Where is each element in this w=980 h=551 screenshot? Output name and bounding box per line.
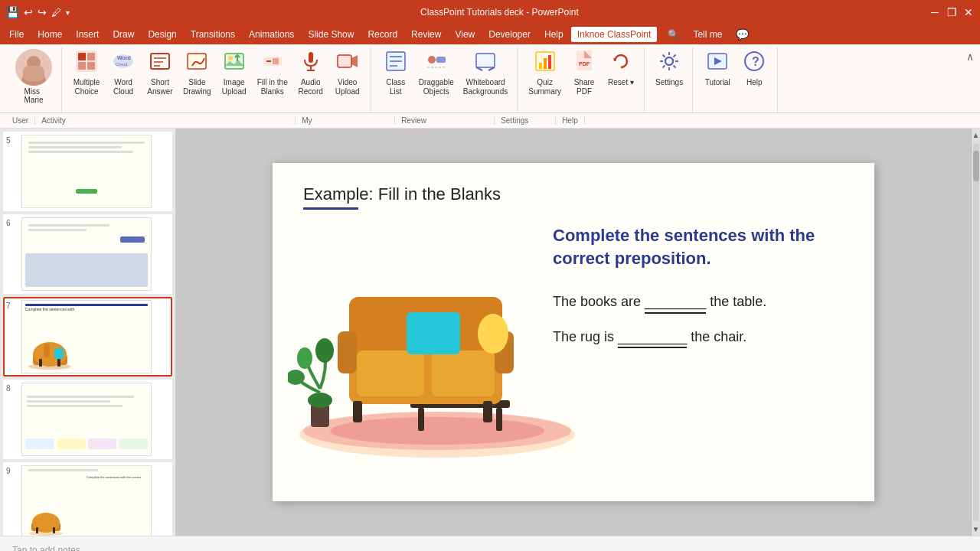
sentence-1: The books are ________ the table.	[553, 292, 844, 313]
quiz-summary-button[interactable]: QuizSummary	[525, 47, 564, 98]
audio-record-button[interactable]: AudioRecord	[294, 47, 328, 98]
slide-thumb-7[interactable]: 7 Complete the sentences with	[3, 297, 172, 377]
whiteboard-button[interactable]: WhiteboardBackgrounds	[460, 47, 511, 98]
whiteboard-icon	[473, 49, 498, 77]
reset-button[interactable]: Reset ▾	[604, 47, 638, 89]
svg-rect-5	[78, 53, 86, 60]
draggable-objects-label: DraggableObjects	[419, 78, 454, 96]
slide-drawing-button[interactable]: SlideDrawing	[180, 47, 214, 98]
menu-home[interactable]: Home	[31, 27, 68, 42]
menu-animations[interactable]: Animations	[243, 27, 300, 42]
short-answer-label: ShortAnswer	[147, 78, 172, 96]
svg-rect-21	[273, 58, 279, 64]
notes-bar[interactable]: Tap to add notes	[0, 536, 980, 551]
notes-placeholder[interactable]: Tap to add notes	[12, 545, 80, 552]
right-scrollbar[interactable]: ▲ ▼	[971, 129, 980, 536]
word-cloud-label: WordCloud	[113, 78, 133, 96]
tell-me[interactable]: Tell me	[687, 27, 728, 42]
help-group-label: Help	[556, 116, 585, 125]
menu-design[interactable]: Design	[142, 27, 182, 42]
menu-record[interactable]: Record	[361, 27, 403, 42]
share-pdf-icon: PDF	[572, 49, 596, 77]
draggable-objects-button[interactable]: DraggableObjects	[416, 47, 457, 98]
activity-group: MultipleChoice Word Cloud WordCloud	[64, 47, 371, 112]
fill-blanks-button[interactable]: Fill in theBlanks	[254, 47, 291, 98]
menu-review[interactable]: Review	[405, 27, 447, 42]
slide-preview-6	[21, 217, 152, 291]
customize-icon[interactable]: 🖊	[51, 7, 61, 18]
svg-rect-51	[44, 344, 50, 357]
svg-rect-7	[78, 62, 86, 70]
multiple-choice-button[interactable]: MultipleChoice	[70, 47, 103, 98]
menu-transitions[interactable]: Transitions	[185, 27, 241, 42]
slide-panel[interactable]: 5 6 7	[0, 129, 176, 536]
menu-view[interactable]: View	[449, 27, 481, 42]
class-list-button[interactable]: ClassList	[379, 47, 413, 98]
svg-rect-38	[544, 58, 547, 69]
help-group: Tutorial ? Help	[694, 47, 778, 112]
svg-point-18	[228, 56, 233, 60]
minimize-button[interactable]: ─	[929, 7, 940, 18]
menu-help[interactable]: Help	[538, 27, 570, 42]
menu-classpoint[interactable]: Inknoe ClassPoint	[571, 27, 658, 42]
video-upload-button[interactable]: VideoUpload	[331, 47, 364, 98]
svg-text:Word: Word	[117, 55, 131, 60]
comment-icon[interactable]: 💬	[730, 26, 755, 43]
svg-rect-8	[87, 62, 95, 70]
svg-rect-6	[87, 53, 95, 60]
slide-canvas[interactable]: Example: Fill in the Blanks	[273, 163, 874, 501]
svg-point-62	[330, 417, 544, 445]
menu-developer[interactable]: Developer	[482, 27, 537, 42]
restore-button[interactable]: ❐	[946, 7, 957, 18]
word-cloud-button[interactable]: Word Cloud WordCloud	[106, 47, 140, 98]
scroll-up-arrow[interactable]: ▲	[970, 129, 980, 142]
slide-title: Example: Fill in the Blanks	[303, 184, 501, 204]
svg-point-82	[308, 393, 332, 408]
settings-button[interactable]: Settings	[652, 47, 686, 89]
avatar	[15, 49, 52, 86]
video-upload-label: VideoUpload	[335, 78, 360, 96]
image-upload-button[interactable]: ImageUpload	[217, 47, 251, 98]
reset-icon	[609, 49, 633, 77]
titlebar-right-icons: ─ ❐ ✕	[929, 7, 974, 18]
user-name: MissMarie	[24, 87, 43, 104]
svg-rect-53	[39, 359, 42, 367]
ribbon-collapse-button[interactable]: ∧	[966, 51, 974, 63]
slide-preview-9: Complete the sentences with the correct	[21, 465, 152, 536]
scroll-track[interactable]	[973, 143, 979, 521]
multiple-choice-icon	[74, 49, 99, 77]
my-group-label: My	[296, 116, 395, 125]
help-button[interactable]: ? Help	[737, 47, 771, 89]
scroll-down-arrow[interactable]: ▼	[970, 523, 980, 536]
redo-icon[interactable]: ↪	[38, 6, 47, 18]
help-icon: ?	[742, 49, 766, 77]
scroll-thumb[interactable]	[973, 151, 979, 181]
review-group-label: Review	[395, 116, 495, 125]
fill-blanks-icon	[260, 49, 285, 77]
menu-file[interactable]: File	[3, 27, 30, 42]
tutorial-icon	[705, 49, 730, 77]
slide-thumb-9[interactable]: 9 Complete the sentences with the correc…	[3, 462, 172, 536]
svg-point-80	[478, 314, 508, 354]
slide-thumb-5[interactable]: 5	[3, 132, 172, 211]
help-label: Help	[746, 78, 763, 87]
menu-draw[interactable]: Draw	[106, 27, 140, 42]
search-icon[interactable]: 🔍	[662, 27, 685, 42]
save-icon[interactable]: 💾	[6, 6, 19, 18]
tutorial-button[interactable]: Tutorial	[701, 47, 734, 89]
short-answer-button[interactable]: ShortAnswer	[143, 47, 177, 98]
user-button[interactable]: MissMarie	[12, 47, 55, 106]
svg-point-83	[297, 347, 312, 369]
svg-rect-54	[57, 359, 60, 367]
undo-icon[interactable]: ↩	[24, 6, 33, 18]
close-button[interactable]: ✕	[963, 7, 974, 18]
slide-thumb-6[interactable]: 6	[3, 214, 172, 294]
menu-slideshow[interactable]: Slide Show	[302, 27, 360, 42]
menubar: File Home Insert Draw Design Transitions…	[0, 24, 980, 44]
slide-thumb-8[interactable]: 8	[3, 380, 172, 459]
svg-rect-52	[54, 348, 64, 359]
room-illustration	[288, 205, 594, 465]
menu-insert[interactable]: Insert	[70, 27, 105, 42]
share-pdf-button[interactable]: PDF SharePDF	[567, 47, 601, 98]
titlebar-left-icons: 💾 ↩ ↪ 🖊 ▾	[6, 6, 70, 18]
